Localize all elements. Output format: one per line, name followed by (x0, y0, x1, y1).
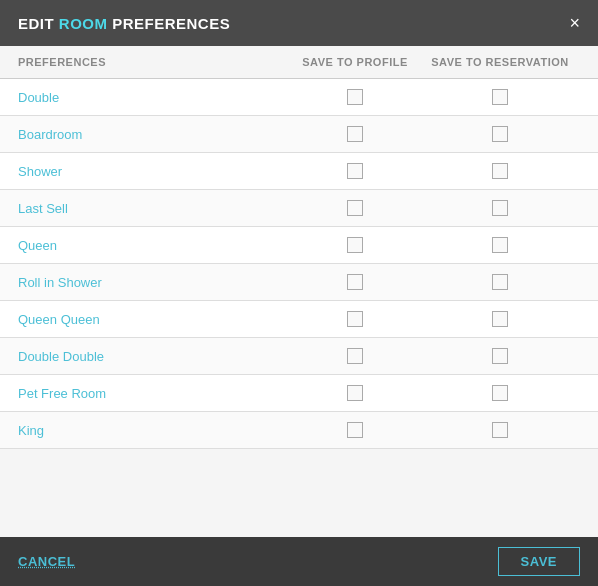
save-to-profile-checkbox[interactable] (347, 89, 363, 105)
save-to-profile-cell (290, 89, 420, 105)
preference-label: Pet Free Room (18, 386, 290, 401)
save-to-reservation-checkbox[interactable] (492, 237, 508, 253)
save-to-profile-checkbox[interactable] (347, 385, 363, 401)
save-to-reservation-checkbox[interactable] (492, 311, 508, 327)
save-to-reservation-checkbox[interactable] (492, 200, 508, 216)
save-to-reservation-cell (420, 422, 580, 438)
table-row: Shower (0, 153, 598, 190)
table-row: Pet Free Room (0, 375, 598, 412)
preference-label: Boardroom (18, 127, 290, 142)
save-to-reservation-cell (420, 163, 580, 179)
preference-label: Roll in Shower (18, 275, 290, 290)
table-row: Boardroom (0, 116, 598, 153)
save-to-reservation-cell (420, 311, 580, 327)
save-to-reservation-checkbox[interactable] (492, 385, 508, 401)
table-row: Queen (0, 227, 598, 264)
save-to-profile-checkbox[interactable] (347, 348, 363, 364)
save-to-reservation-cell (420, 237, 580, 253)
save-to-reservation-cell (420, 200, 580, 216)
preference-label: Queen (18, 238, 290, 253)
save-to-reservation-cell (420, 274, 580, 290)
table-rows: DoubleBoardroomShowerLast SellQueenRoll … (0, 79, 598, 449)
preference-label: Double (18, 90, 290, 105)
table-header-row: PREFERENCES SAVE TO PROFILE SAVE TO RESE… (0, 46, 598, 79)
save-to-profile-cell (290, 274, 420, 290)
save-to-profile-checkbox[interactable] (347, 274, 363, 290)
table-row: Double Double (0, 338, 598, 375)
save-to-profile-cell (290, 163, 420, 179)
save-to-reservation-checkbox[interactable] (492, 422, 508, 438)
title-suffix: PREFERENCES (108, 15, 231, 32)
col-save-to-profile: SAVE TO PROFILE (290, 56, 420, 68)
modal-footer: CANCEL SAVE (0, 537, 598, 586)
save-to-profile-checkbox[interactable] (347, 422, 363, 438)
save-to-reservation-cell (420, 89, 580, 105)
col-save-to-reservation: SAVE TO RESERVATION (420, 56, 580, 68)
preference-label: Queen Queen (18, 312, 290, 327)
preference-label: King (18, 423, 290, 438)
save-to-profile-checkbox[interactable] (347, 126, 363, 142)
table-row: Queen Queen (0, 301, 598, 338)
save-to-reservation-checkbox[interactable] (492, 89, 508, 105)
save-to-reservation-checkbox[interactable] (492, 274, 508, 290)
preference-label: Last Sell (18, 201, 290, 216)
modal-header: EDIT ROOM PREFERENCES × (0, 0, 598, 46)
save-to-reservation-cell (420, 385, 580, 401)
save-to-profile-cell (290, 385, 420, 401)
edit-room-preferences-modal: EDIT ROOM PREFERENCES × PREFERENCES SAVE… (0, 0, 598, 586)
save-to-profile-cell (290, 126, 420, 142)
table-row: Double (0, 79, 598, 116)
save-to-profile-checkbox[interactable] (347, 163, 363, 179)
table-row: King (0, 412, 598, 449)
save-to-reservation-cell (420, 348, 580, 364)
save-to-reservation-checkbox[interactable] (492, 163, 508, 179)
modal-title: EDIT ROOM PREFERENCES (18, 15, 230, 32)
save-to-profile-cell (290, 200, 420, 216)
save-to-profile-checkbox[interactable] (347, 237, 363, 253)
preference-label: Double Double (18, 349, 290, 364)
save-to-profile-cell (290, 348, 420, 364)
save-to-profile-cell (290, 422, 420, 438)
save-to-profile-cell (290, 311, 420, 327)
save-to-reservation-cell (420, 126, 580, 142)
cancel-button[interactable]: CANCEL (18, 550, 75, 573)
save-to-profile-checkbox[interactable] (347, 200, 363, 216)
close-button[interactable]: × (569, 14, 580, 32)
preferences-table: PREFERENCES SAVE TO PROFILE SAVE TO RESE… (0, 46, 598, 537)
save-to-profile-cell (290, 237, 420, 253)
preference-label: Shower (18, 164, 290, 179)
save-to-profile-checkbox[interactable] (347, 311, 363, 327)
save-button[interactable]: SAVE (498, 547, 580, 576)
table-row: Last Sell (0, 190, 598, 227)
save-to-reservation-checkbox[interactable] (492, 126, 508, 142)
table-row: Roll in Shower (0, 264, 598, 301)
title-prefix: EDIT (18, 15, 59, 32)
title-highlight: ROOM (59, 15, 108, 32)
col-preferences: PREFERENCES (18, 56, 290, 68)
save-to-reservation-checkbox[interactable] (492, 348, 508, 364)
